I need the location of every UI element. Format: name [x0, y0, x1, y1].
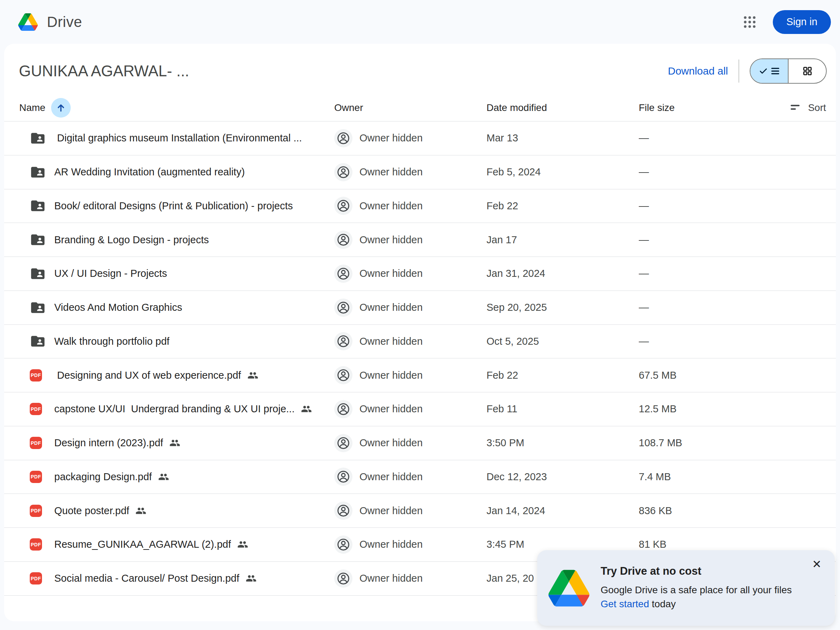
shared-folder-icon [30, 198, 46, 214]
owner-label: Owner hidden [360, 369, 423, 381]
file-name: Book/ editoral Designs (Print & Publicat… [54, 200, 293, 212]
table-row[interactable]: PDF Design intern (2023).pdf Owner hidde… [4, 426, 836, 460]
shared-people-icon [301, 404, 312, 414]
shared-people-icon [136, 505, 146, 516]
file-name: UX / UI Design - Projects [54, 268, 167, 279]
pdf-icon: PDF [30, 437, 42, 449]
owner-avatar-icon [334, 570, 352, 587]
check-icon [759, 66, 768, 76]
column-header-date-modified[interactable]: Date modified [486, 102, 639, 114]
date-modified-value: Mar 13 [486, 132, 639, 144]
promo-toast: Try Drive at no cost Google Drive is a s… [537, 550, 835, 626]
list-view-button[interactable] [750, 59, 788, 83]
file-name: Design intern (2023).pdf [54, 437, 163, 449]
date-modified-value: Feb 22 [486, 369, 639, 381]
shared-people-icon [169, 437, 180, 448]
download-all-link[interactable]: Download all [668, 65, 728, 77]
shared-people-icon [237, 539, 248, 550]
date-modified-value: Jan 14, 2024 [486, 505, 639, 516]
column-header-name[interactable]: Name [19, 98, 334, 118]
file-name: Resume_GUNIKAA_AGARWAL (2).pdf [54, 538, 231, 550]
file-name: Walk through portfolio pdf [54, 336, 169, 347]
file-size-value: — [639, 268, 780, 279]
file-name: Digital graphics museum Installation (En… [54, 132, 302, 144]
sort-button[interactable]: Sort [780, 102, 826, 114]
close-icon[interactable]: ✕ [812, 559, 821, 570]
date-modified-value: 3:45 PM [486, 538, 639, 550]
apps-grid-icon[interactable] [741, 13, 759, 31]
owner-avatar-icon [334, 231, 352, 249]
file-size-value: — [639, 166, 780, 178]
owner-label: Owner hidden [360, 268, 423, 279]
drive-logo-icon [548, 570, 589, 606]
column-header-row: Name Owner Date modified File size Sort [4, 95, 836, 122]
table-row[interactable]: PDF UX / UI Design - Projects Owner hidd… [4, 257, 836, 291]
file-size-value: 836 KB [639, 505, 780, 516]
pdf-icon: PDF [30, 572, 42, 584]
pdf-icon: PDF [30, 369, 42, 382]
table-row[interactable]: PDF Digital graphics museum Installation… [4, 122, 836, 155]
file-name: AR Wedding Invitation (augmented reality… [54, 166, 245, 178]
sort-ascending-indicator[interactable] [51, 98, 71, 118]
date-modified-value: Jan 17 [486, 234, 639, 246]
pdf-icon: PDF [30, 403, 42, 415]
owner-label: Owner hidden [360, 200, 423, 212]
table-row[interactable]: PDF Walk through portfolio pdf Owner hid… [4, 325, 836, 359]
table-row[interactable]: PDF Quote poster.pdf Owner hidden Jan 14… [4, 494, 836, 528]
owner-avatar-icon [334, 467, 352, 486]
date-modified-value: Oct 5, 2025 [486, 336, 639, 347]
owner-label: Owner hidden [360, 302, 423, 313]
shared-folder-icon [30, 300, 46, 316]
shared-people-icon [158, 471, 169, 482]
shared-folder-icon [30, 164, 46, 180]
owner-avatar-icon [334, 265, 352, 283]
pdf-icon: PDF [30, 538, 42, 551]
file-size-value: 108.7 MB [639, 437, 780, 449]
file-name: packaging Design.pdf [54, 471, 152, 483]
date-modified-value: Dec 12, 2023 [486, 471, 639, 483]
table-row[interactable]: PDF packaging Design.pdf Owner hidden De… [4, 460, 836, 494]
owner-avatar-icon [334, 197, 352, 215]
owner-avatar-icon [334, 298, 352, 317]
date-modified-value: Jan 31, 2024 [486, 268, 639, 279]
grid-view-button[interactable] [788, 59, 826, 83]
toast-title: Try Drive at no cost [601, 565, 792, 578]
sort-icon [791, 103, 802, 112]
owner-label: Owner hidden [360, 403, 423, 415]
shared-folder-icon [30, 333, 46, 349]
file-name: Videos And Motion Graphics [54, 302, 182, 313]
get-started-link[interactable]: Get started [601, 598, 649, 609]
app-name: Drive [47, 14, 82, 30]
file-size-value: — [639, 234, 780, 246]
date-modified-value: Feb 22 [486, 200, 639, 212]
owner-label: Owner hidden [360, 505, 423, 516]
column-header-file-size[interactable]: File size [639, 102, 780, 114]
table-row[interactable]: PDF AR Wedding Invitation (augmented rea… [4, 155, 836, 189]
file-name: Branding & Logo Design - projects [54, 234, 209, 246]
owner-avatar-icon [334, 535, 352, 554]
table-row[interactable]: PDF capstone UX/UI Undergrad branding & … [4, 392, 836, 426]
owner-label: Owner hidden [360, 538, 423, 550]
divider [739, 60, 739, 83]
owner-avatar-icon [334, 434, 352, 452]
shared-folder-icon [30, 266, 46, 282]
date-modified-value: Feb 5, 2024 [486, 166, 639, 178]
shared-folder-icon [30, 130, 46, 146]
file-size-value: — [639, 336, 780, 347]
date-modified-value: 3:50 PM [486, 437, 639, 449]
arrow-up-icon [55, 102, 66, 114]
file-size-value: 7.4 MB [639, 471, 780, 483]
column-header-owner[interactable]: Owner [334, 102, 486, 114]
sign-in-button[interactable]: Sign in [773, 10, 831, 34]
table-row[interactable]: PDF Book/ editoral Designs (Print & Publ… [4, 189, 836, 223]
file-name: Designing and UX of web experience.pdf [54, 369, 241, 381]
table-row[interactable]: PDF Branding & Logo Design - projects Ow… [4, 223, 836, 257]
table-row[interactable]: PDF Designing and UX of web experience.p… [4, 358, 836, 392]
table-row[interactable]: PDF Videos And Motion Graphics Owner hid… [4, 291, 836, 325]
drive-brand[interactable]: Drive [18, 13, 82, 31]
list-icon [771, 66, 780, 76]
file-name: Quote poster.pdf [54, 505, 129, 516]
content-sheet: GUNIKAA AGARWAL- ... Download all [4, 44, 836, 621]
owner-avatar-icon [334, 502, 352, 520]
owner-avatar-icon [334, 163, 352, 181]
